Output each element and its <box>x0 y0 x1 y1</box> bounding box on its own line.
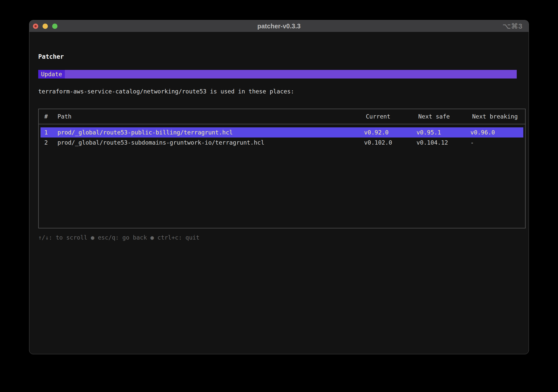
window-title: patcher-v0.3.3 <box>257 23 301 30</box>
terminal-window: patcher-v0.3.3 ⌥⌘3 Patcher Update terraf… <box>29 20 529 354</box>
header-current: Current <box>366 113 418 120</box>
cell-next-safe: v0.104.12 <box>416 138 470 148</box>
window-shortcut-badge: ⌥⌘3 <box>503 20 523 32</box>
cell-path: prod/_global/route53-public-billing/terr… <box>57 127 364 138</box>
cell-next-breaking: - <box>470 138 523 148</box>
cell-current: v0.102.0 <box>364 138 416 148</box>
cell-path: prod/_global/route53-subdomains-gruntwor… <box>57 138 364 148</box>
cell-next-breaking: v0.96.0 <box>470 127 523 138</box>
table-body: 1 prod/_global/route53-public-billing/te… <box>39 124 525 148</box>
help-bar: ↑/↓: to scroll ● esc/q: go back ● ctrl+c… <box>38 234 529 241</box>
zoom-button[interactable] <box>52 24 57 29</box>
places-table: # Path Current Next safe Next breaking 1… <box>38 109 526 228</box>
table-row[interactable]: 1 prod/_global/route53-public-billing/te… <box>41 127 523 138</box>
unsaved-indicator-dot <box>34 25 37 27</box>
tab-update[interactable]: Update <box>38 70 65 79</box>
minimize-button[interactable] <box>43 24 48 29</box>
header-next-safe: Next safe <box>418 113 472 120</box>
header-next-breaking: Next breaking <box>472 113 525 120</box>
traffic-lights <box>33 20 57 32</box>
tab-bar: Update <box>38 70 517 79</box>
titlebar[interactable]: patcher-v0.3.3 ⌥⌘3 <box>29 20 529 32</box>
cell-num: 1 <box>44 127 57 138</box>
close-button[interactable] <box>33 24 38 29</box>
terminal-content: Patcher Update terraform-aws-service-cat… <box>29 32 529 241</box>
header-num: # <box>44 113 57 120</box>
table-header-row: # Path Current Next safe Next breaking <box>39 109 525 124</box>
app-heading: Patcher <box>38 53 529 60</box>
cell-current: v0.92.0 <box>364 127 416 138</box>
usage-line: terraform-aws-service-catalog/networking… <box>38 88 529 94</box>
table-row[interactable]: 2 prod/_global/route53-subdomains-gruntw… <box>41 138 523 148</box>
cell-next-safe: v0.95.1 <box>416 127 470 138</box>
cell-num: 2 <box>44 138 57 148</box>
header-path: Path <box>57 113 366 120</box>
